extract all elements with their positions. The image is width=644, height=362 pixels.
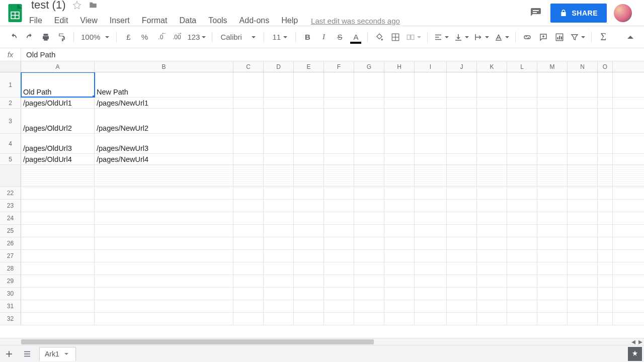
cell[interactable]	[354, 288, 384, 300]
horizontal-scrollbar[interactable]: ◂ ▸	[0, 338, 644, 345]
cell[interactable]	[95, 313, 233, 325]
cell[interactable]	[324, 109, 354, 133]
cell[interactable]	[537, 134, 568, 153]
column-header[interactable]: E	[294, 61, 324, 72]
sheets-logo-icon[interactable]	[6, 2, 24, 24]
cell[interactable]	[447, 300, 477, 312]
row-header[interactable]: 31	[0, 300, 21, 312]
cell[interactable]	[477, 225, 507, 237]
cell[interactable]	[568, 154, 598, 164]
merge-cells-button[interactable]	[404, 30, 423, 45]
cell[interactable]	[447, 109, 477, 133]
insert-link-button[interactable]	[520, 30, 535, 45]
cell[interactable]	[477, 275, 507, 287]
cell[interactable]	[95, 288, 233, 300]
cell[interactable]	[415, 154, 447, 164]
text-wrap-button[interactable]	[472, 30, 491, 45]
cell[interactable]	[598, 288, 613, 300]
fill-color-button[interactable]	[372, 30, 387, 45]
cell[interactable]	[507, 72, 537, 97]
cell[interactable]	[264, 109, 294, 133]
cell[interactable]	[415, 250, 447, 262]
cell[interactable]	[21, 237, 95, 249]
cell[interactable]: /pages/OldUrl4	[21, 154, 95, 164]
cell[interactable]: Old Path	[21, 72, 95, 97]
cell[interactable]	[233, 98, 264, 108]
column-header[interactable]: L	[507, 61, 537, 72]
text-rotation-button[interactable]	[492, 30, 511, 45]
cell[interactable]	[294, 237, 324, 249]
cell[interactable]	[95, 275, 233, 287]
select-all-corner[interactable]	[0, 61, 21, 72]
cell[interactable]	[507, 109, 537, 133]
cell[interactable]	[447, 225, 477, 237]
cell[interactable]	[324, 288, 354, 300]
cell[interactable]	[537, 237, 568, 249]
cell[interactable]	[324, 212, 354, 224]
cell[interactable]	[507, 275, 537, 287]
sheet-tab[interactable]: Ark1	[39, 347, 76, 361]
cell[interactable]	[537, 154, 568, 164]
account-avatar[interactable]	[614, 4, 632, 22]
row-header[interactable]: 24	[0, 212, 21, 224]
cell[interactable]	[384, 72, 415, 97]
row-header[interactable]: 3	[0, 109, 21, 133]
row-header[interactable]: 32	[0, 313, 21, 325]
cell[interactable]	[294, 262, 324, 275]
cell[interactable]	[354, 187, 384, 199]
cell[interactable]	[447, 187, 477, 199]
cell[interactable]	[95, 200, 233, 212]
star-icon[interactable]	[72, 1, 82, 10]
cell[interactable]	[537, 225, 568, 237]
cell[interactable]	[447, 154, 477, 164]
cell[interactable]	[354, 250, 384, 262]
cell[interactable]	[415, 200, 447, 212]
formula-input[interactable]: Old Path	[21, 50, 644, 59]
cell[interactable]	[598, 98, 613, 108]
cell[interactable]	[233, 237, 264, 249]
cell[interactable]	[324, 313, 354, 325]
cell[interactable]	[384, 109, 415, 133]
cell[interactable]	[21, 250, 95, 262]
cell[interactable]	[354, 225, 384, 237]
cell[interactable]	[354, 98, 384, 108]
cell[interactable]	[537, 313, 568, 325]
cell[interactable]	[294, 134, 324, 153]
cell[interactable]	[264, 237, 294, 249]
cell[interactable]	[21, 313, 95, 325]
cell[interactable]	[233, 288, 264, 300]
cell[interactable]	[324, 300, 354, 312]
cell[interactable]	[324, 134, 354, 153]
print-button[interactable]	[38, 30, 53, 45]
cell[interactable]	[95, 187, 233, 199]
cell[interactable]	[568, 225, 598, 237]
row-header[interactable]: 4	[0, 134, 21, 153]
cell[interactable]	[537, 109, 568, 133]
cell[interactable]	[21, 288, 95, 300]
cell[interactable]	[384, 187, 415, 199]
cell[interactable]	[447, 98, 477, 108]
cell[interactable]	[324, 225, 354, 237]
cell[interactable]	[324, 200, 354, 212]
row-header[interactable]: 28	[0, 262, 21, 275]
cell[interactable]	[294, 225, 324, 237]
cell[interactable]	[233, 300, 264, 312]
cell[interactable]	[598, 275, 613, 287]
format-percent-button[interactable]: %	[137, 30, 152, 45]
filter-button[interactable]	[568, 30, 587, 45]
cell[interactable]	[568, 262, 598, 275]
column-header[interactable]: A	[21, 61, 95, 72]
cell[interactable]	[507, 225, 537, 237]
text-color-button[interactable]: A	[348, 30, 363, 45]
column-header[interactable]: I	[415, 61, 447, 72]
cell[interactable]	[447, 250, 477, 262]
row-header[interactable]: 29	[0, 275, 21, 287]
cell[interactable]	[568, 134, 598, 153]
cell[interactable]	[415, 98, 447, 108]
cell[interactable]	[264, 275, 294, 287]
cell[interactable]	[95, 225, 233, 237]
cell[interactable]	[507, 212, 537, 224]
cell[interactable]	[384, 212, 415, 224]
cell[interactable]	[415, 237, 447, 249]
column-header[interactable]: O	[598, 61, 613, 72]
